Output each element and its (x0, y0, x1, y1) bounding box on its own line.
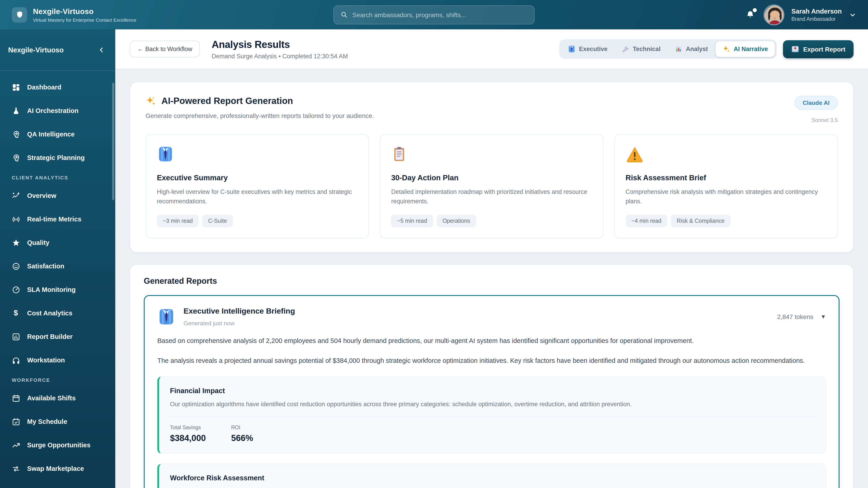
dollar-icon: $ (11, 308, 21, 318)
back-to-workflow-button[interactable]: ← Back to Workflow (130, 41, 200, 57)
content-area: AI-Powered Report Generation Generate co… (115, 69, 868, 488)
export-report-button[interactable]: Export Report (783, 40, 854, 58)
sidebar-item-ai-orchestration[interactable]: AI Orchestration (5, 102, 110, 120)
section-title: Financial Impact (170, 387, 815, 395)
template-card-action-plan[interactable]: 30-Day Action Plan Detailed implementati… (380, 134, 603, 238)
page-header-actions: Executive Technical Analys (559, 39, 854, 59)
flask-icon (11, 106, 21, 115)
sidebar: Nexgile-Virtuoso Dashboard AI Orchest (0, 29, 115, 488)
app-name: Nexgile-Virtuoso (33, 7, 136, 15)
stat-label: Total Savings (170, 425, 206, 430)
global-search[interactable] (333, 5, 535, 24)
tab-executive[interactable]: Executive (561, 41, 614, 57)
sidebar-item-report-builder[interactable]: Report Builder (5, 328, 110, 346)
sidebar-item-swap-marketplace[interactable]: Swap Marketplace (5, 459, 110, 478)
clipboard-icon (391, 145, 592, 164)
briefing-header: Executive Intelligence Briefing Generate… (157, 307, 826, 327)
template-title: Risk Assessment Brief (625, 173, 827, 182)
tag-pill: Risk & Compliance (671, 215, 730, 227)
briefing-paragraph: Based on comprehensive analysis of 2,200… (157, 336, 826, 347)
wrench-icon (622, 45, 629, 53)
necktie-icon (157, 145, 358, 164)
tab-technical[interactable]: Technical (615, 41, 668, 57)
sidebar-title: Nexgile-Virtuoso (8, 46, 64, 54)
template-description: Comprehensive risk analysis with mitigat… (625, 188, 827, 206)
sidebar-item-dashboard[interactable]: Dashboard (5, 78, 110, 96)
tab-ai-narrative[interactable]: AI Narrative (716, 41, 775, 57)
tag-pill: ~3 min read (157, 215, 199, 227)
sidebar-item-available-shifts[interactable]: Available Shifts (5, 389, 110, 407)
download-tray-icon (791, 45, 799, 53)
bar-chart-icon (11, 332, 21, 341)
report-generation-subtitle: Generate comprehensive, professionally-w… (146, 112, 374, 119)
sidebar-collapse-button[interactable] (95, 44, 107, 56)
page-subtitle: Demand Surge Analysis • Completed 12:30:… (212, 53, 348, 59)
app-root: Nexgile-Virtuoso Virtual Mastery for Ent… (0, 0, 868, 488)
sidebar-item-realtime-metrics[interactable]: Real-time Metrics (5, 210, 110, 228)
search-icon (340, 11, 348, 19)
template-card-risk-assessment[interactable]: Risk Assessment Brief Comprehensive risk… (614, 134, 838, 238)
template-description: High-level overview for C-suite executiv… (157, 188, 358, 206)
necktie-icon (157, 308, 176, 326)
tag-pill: Operations (436, 215, 476, 227)
sidebar-item-label: QA Intelligence (27, 131, 74, 138)
sidebar-item-quality[interactable]: Quality (5, 234, 110, 252)
sidebar-item-surge-opportunities[interactable]: Surge Opportunities (5, 436, 110, 454)
stat-roi: ROI 566% (231, 425, 253, 443)
tag-pill: ~5 min read (391, 215, 433, 227)
section-stats: Total Savings $384,000 ROI 566% (170, 425, 815, 443)
stat-value: $384,000 (170, 433, 206, 443)
search-input[interactable] (352, 11, 528, 18)
briefing-generated-time: Generated just now (184, 320, 295, 327)
stat-value: 566% (231, 433, 253, 443)
template-tags: ~5 min read Operations (391, 215, 592, 227)
avatar[interactable] (763, 4, 784, 25)
sidebar-item-my-swaps[interactable]: My Swaps (5, 483, 110, 488)
tab-analyst[interactable]: Analyst (668, 41, 715, 57)
report-view-tabs: Executive Technical Analys (559, 39, 777, 59)
template-card-executive-summary[interactable]: Executive Summary High-level overview fo… (146, 134, 369, 238)
sidebar-item-strategic-planning[interactable]: Strategic Planning (5, 149, 110, 167)
notifications-button[interactable] (744, 9, 756, 21)
sidebar-item-satisfaction[interactable]: Satisfaction (5, 257, 110, 275)
sidebar-scrollbar[interactable] (112, 83, 114, 200)
model-label: Sonnet 3.5 (795, 117, 838, 123)
briefing-meta[interactable]: 2,847 tokens ▼ (777, 313, 826, 320)
brain-gear-icon (11, 130, 21, 138)
financial-impact-section: Financial Impact Our optimization algori… (157, 376, 826, 454)
sidebar-item-workstation[interactable]: Workstation (5, 351, 110, 369)
sidebar-item-label: Real-time Metrics (27, 216, 81, 223)
template-title: 30-Day Action Plan (391, 173, 592, 182)
briefing-paragraph: The analysis reveals a projected annual … (157, 356, 826, 366)
notification-dot (752, 8, 756, 12)
briefing-card: Executive Intelligence Briefing Generate… (144, 295, 839, 488)
sidebar-item-qa-intelligence[interactable]: QA Intelligence (5, 125, 110, 143)
sidebar-item-label: My Schedule (27, 418, 67, 425)
smiley-icon (11, 262, 21, 270)
tag-pill: C-Suite (202, 215, 233, 227)
swap-horizontal-icon (11, 464, 21, 473)
sidebar-item-overview[interactable]: Overview (5, 187, 110, 205)
sidebar-item-my-schedule[interactable]: My Schedule (5, 413, 110, 431)
sidebar-item-label: Strategic Planning (27, 154, 85, 161)
template-title: Executive Summary (157, 173, 358, 182)
bar-chart-icon (675, 45, 682, 53)
stat-total-savings: Total Savings $384,000 (170, 425, 206, 443)
warning-icon (625, 145, 827, 164)
sidebar-header: Nexgile-Virtuoso (0, 29, 115, 71)
sidebar-item-label: Quality (27, 239, 49, 246)
topbar-right: Sarah Anderson Brand Ambassador (744, 4, 856, 25)
section-description: XGBoost-powered attrition analysis ident… (170, 487, 815, 488)
calendar-icon (11, 394, 21, 402)
tab-label: Analyst (686, 46, 708, 53)
chevron-down-icon[interactable] (849, 11, 856, 18)
collapse-toggle-icon[interactable]: ▼ (820, 314, 826, 320)
sidebar-section-workforce: WORKFORCE (12, 377, 110, 383)
briefing-title: Executive Intelligence Briefing (184, 307, 295, 316)
token-count: 2,847 tokens (777, 313, 813, 320)
sidebar-item-cost-analytics[interactable]: $ Cost Analytics (5, 304, 110, 322)
report-generation-titles: AI-Powered Report Generation Generate co… (146, 96, 374, 119)
report-generation-title-row: AI-Powered Report Generation (146, 96, 374, 106)
sidebar-item-label: Swap Marketplace (27, 465, 84, 472)
sidebar-item-sla-monitoring[interactable]: SLA Monitoring (5, 281, 110, 299)
